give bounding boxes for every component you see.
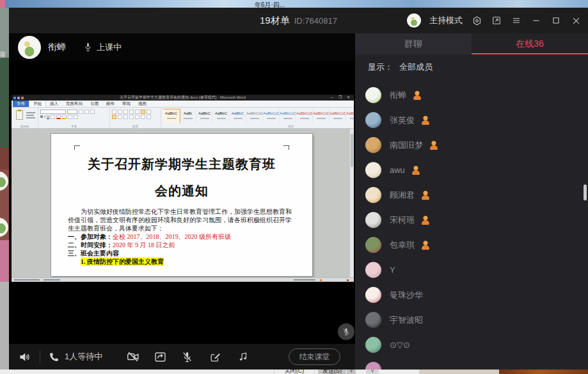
member-row[interactable]: 南国旧梦 (355, 133, 588, 158)
close-icon[interactable] (570, 15, 582, 26)
member-row[interactable]: 宋柯瑶 (355, 207, 588, 232)
speaker-button[interactable] (18, 350, 31, 364)
member-name: 曼珠沙华 (390, 289, 423, 301)
margin-crop-mark (283, 145, 289, 150)
member-avatar (365, 362, 381, 370)
classroom-app-window: 19材单 ID:7640817 主持模式 (9, 8, 588, 370)
member-onstage-person-icon (422, 216, 429, 225)
word-ribbon-tabs: 文件开始插入页面布局引用邮件审阅视图 (12, 101, 354, 108)
document-highlight-line: 1. 疫情防控下的爱国主义教育 (68, 257, 296, 266)
style-gallery-item: AaBbCcD (296, 110, 313, 123)
presenter-bar: 衔蝉 上课中 (9, 33, 355, 61)
end-class-button[interactable]: 结束课堂 (289, 348, 340, 365)
background-send-dropdown[interactable]: ∨ (347, 370, 356, 374)
member-row[interactable]: 包幸琪 (355, 232, 588, 257)
style-gallery-item: AaBbC (213, 110, 230, 123)
document-title-line2: 会的通知 (68, 183, 296, 199)
member-row[interactable]: Y (355, 257, 588, 282)
member-onstage-person-icon (422, 191, 429, 200)
presenter-muted-mic-badge (338, 323, 354, 340)
member-avatar (365, 112, 381, 128)
presenter-avatar (18, 36, 41, 59)
phone-button[interactable] (49, 352, 60, 362)
document-item1: 一、参加对象：全校 2017、2018、2019、2020 级所有班级 (68, 232, 296, 241)
shared-screen-word-window: 关于召开新学期学生主题教育班会的通知.docx [兼容模式] - Microso… (12, 95, 354, 282)
word-tab: 页面布局 (62, 100, 86, 107)
ribbon-group-paragraph: 段落 (110, 108, 161, 128)
sidebar-tabs: 群聊 在线36 (355, 33, 588, 54)
maximize-icon[interactable] (550, 15, 562, 26)
whiteboard-edit-button[interactable] (209, 351, 221, 363)
style-gallery-item: AaBbCcD (313, 110, 330, 123)
member-list: 衔蝉张英俊南国旧梦awu顾湘君宋柯瑶包幸琪Y曼珠沙华宇智波昭⊙▽⊙ (355, 80, 588, 370)
member-row[interactable]: 曼珠沙华 (355, 282, 588, 307)
user-avatar[interactable] (407, 13, 421, 28)
member-filter-row[interactable]: 显示： 全部成员 (355, 54, 588, 80)
filter-label: 显示： (368, 61, 393, 73)
class-status-label: 上课中 (97, 42, 122, 53)
stage-area: 衔蝉 上课中 关于召开新学期学生主题教育班会的通知.docx [兼容模式] (9, 33, 355, 370)
tab-group-chat[interactable]: 群聊 (355, 33, 472, 54)
word-document-area: 关于召开新学期学生主题教育班 会的通知 为切实做好疫情防控常态化下学生日常教育管… (12, 129, 354, 277)
word-ribbon: 剪贴板 B I U (12, 108, 354, 129)
member-avatar (365, 337, 381, 353)
style-gallery-item: AaBbCcD (330, 110, 346, 123)
microphone-icon (84, 42, 92, 52)
status-dot (320, 279, 322, 281)
desktop: 年6月·四... 聊 关闭(C) 发送(S) ∨ ∨ 19材单 ID:76408… (0, 0, 588, 374)
divider (40, 350, 40, 363)
room-name: 19材单 (260, 15, 290, 27)
screen-share-button[interactable] (154, 350, 167, 364)
member-name: awu (390, 165, 405, 175)
member-row[interactable]: 衔蝉 (355, 83, 588, 108)
member-row[interactable]: 张英俊 (355, 108, 588, 133)
member-onstage-person-icon (422, 116, 429, 125)
member-row[interactable]: 顾湘君 (355, 183, 588, 207)
background-photo (0, 147, 9, 170)
background-close-button[interactable]: 关闭(C) (274, 370, 315, 374)
style-gallery-item: AaBbC (196, 110, 213, 123)
word-title-text: 关于召开新学期学生主题教育班会的通知.docx [兼容模式] - Microso… (12, 95, 354, 101)
member-list-scrollbar[interactable] (584, 184, 587, 200)
member-avatar (365, 262, 381, 278)
member-name: 包幸琪 (390, 240, 415, 251)
word-vertical-scrollbar (350, 129, 354, 277)
member-avatar (365, 162, 381, 178)
member-avatar (365, 87, 381, 103)
member-name: 衔蝉 (390, 90, 406, 101)
background-chevron[interactable]: ∨ (366, 370, 379, 374)
background-send-button[interactable]: 发送(S) (318, 370, 346, 374)
popout-icon[interactable] (491, 15, 502, 26)
member-row[interactable] (355, 357, 588, 370)
paste-icon (16, 110, 23, 120)
minimize-icon[interactable] (530, 15, 542, 26)
background-photo (0, 282, 9, 370)
settings-hexagon-icon[interactable] (471, 15, 482, 26)
background-photo (499, 370, 588, 374)
music-button[interactable] (237, 351, 249, 362)
member-avatar (365, 287, 381, 303)
member-name: 顾湘君 (390, 190, 415, 201)
word-tab: 视图 (134, 100, 150, 107)
member-avatar (365, 312, 381, 328)
document-item2: 二、时间安排：2020 年 9 月 18 日之前 (68, 241, 296, 249)
tab-online-members[interactable]: 在线36 (472, 33, 588, 54)
menu-icon[interactable] (511, 15, 522, 26)
style-gallery-item: AaBbCcD (346, 110, 354, 123)
member-avatar (365, 212, 381, 228)
style-gallery-item: AaBbCcD (263, 110, 280, 123)
member-name: 宋柯瑶 (390, 215, 415, 226)
camera-off-button[interactable] (126, 350, 140, 364)
member-row[interactable]: 宇智波昭 (355, 307, 588, 332)
style-gallery-item: AaBbCcD (246, 110, 263, 123)
host-mode-label[interactable]: 主持模式 (429, 15, 463, 26)
filter-value[interactable]: 全部成员 (399, 61, 433, 73)
shared-screen-canvas: 关于召开新学期学生主题教育班会的通知.docx [兼容模式] - Microso… (9, 61, 355, 344)
background-photo (0, 240, 9, 282)
member-name: Y (390, 265, 395, 275)
member-onstage-person-icon (430, 141, 438, 150)
member-row[interactable]: ⊙▽⊙ (355, 332, 588, 357)
mic-off-button[interactable] (181, 351, 193, 363)
member-avatar (365, 237, 381, 253)
member-row[interactable]: awu (355, 158, 588, 183)
